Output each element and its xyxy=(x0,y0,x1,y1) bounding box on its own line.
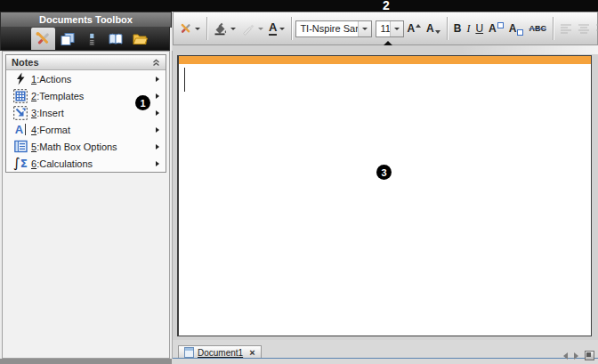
dropdown-caret-icon xyxy=(279,28,285,30)
top-black-bar xyxy=(0,0,598,12)
format-a-icon: A xyxy=(12,123,28,137)
tab-content-explorer[interactable] xyxy=(127,28,151,50)
math-box-icon xyxy=(12,140,28,154)
submenu-arrow-icon xyxy=(156,144,159,150)
chevron-down-icon xyxy=(362,28,368,30)
font-size-value: 11 xyxy=(376,23,390,34)
triangle-down-icon xyxy=(435,30,440,34)
combo-arrow[interactable] xyxy=(358,21,371,36)
increase-font-label: A xyxy=(407,22,415,35)
tab-handheld-view[interactable] xyxy=(79,28,103,50)
document-tab[interactable]: Document1 × xyxy=(178,345,262,359)
menu-item-label: 1:Actions xyxy=(31,74,71,85)
menu-item-math-box-options[interactable]: 5:Math Box Options xyxy=(6,138,166,155)
workspace-sheen xyxy=(402,45,598,54)
documents-toolbox-sidebar: Documents Toolbox xyxy=(0,12,172,364)
tab-document-tools[interactable] xyxy=(31,28,55,50)
dropdown-caret-icon xyxy=(195,28,200,30)
close-tab-icon[interactable]: × xyxy=(249,348,255,358)
callout-3: 3 xyxy=(376,165,392,180)
submenu-arrow-icon xyxy=(156,110,159,116)
tools-icon xyxy=(35,31,52,46)
tab-bar-underline xyxy=(173,358,598,359)
fill-color-button[interactable] xyxy=(211,18,238,39)
document-tab-label: Document1 xyxy=(198,348,243,358)
sidebar-bottom-strip xyxy=(0,359,172,364)
strikethrough-button[interactable]: ABC xyxy=(526,18,549,39)
next-page-icon[interactable] xyxy=(574,352,578,360)
font-family-select[interactable]: TI-Nspire Sans xyxy=(295,20,372,37)
menu-item-label: 4:Format xyxy=(31,125,70,135)
toolbar-separator xyxy=(291,17,292,40)
menu-item-actions[interactable]: 1:Actions xyxy=(6,70,166,87)
collapse-chevrons-icon[interactable] xyxy=(152,59,160,67)
previous-page-icon[interactable] xyxy=(563,352,568,360)
highlighter-icon xyxy=(241,22,255,36)
underline-button[interactable]: U xyxy=(473,18,486,39)
align-center-button[interactable] xyxy=(575,18,593,39)
superscript-label: A xyxy=(489,22,497,35)
highlighter-button[interactable] xyxy=(238,18,266,39)
documents-toolbox-title: Documents Toolbox xyxy=(0,12,172,28)
toolbar-separator xyxy=(206,17,207,40)
align-center-icon xyxy=(578,23,590,34)
menu-item-label: 5:Math Box Options xyxy=(31,142,117,152)
menu-item-format[interactable]: A 4:Format xyxy=(6,121,166,138)
lightning-icon xyxy=(12,72,28,86)
notes-panel: Notes 1:Actions xyxy=(5,54,166,173)
document-icon xyxy=(184,347,194,358)
bold-label: B xyxy=(454,22,462,35)
superscript-button[interactable]: A xyxy=(486,18,506,39)
text-color-button[interactable]: A xyxy=(266,18,287,39)
handheld-icon xyxy=(84,32,100,46)
insert-arrow-icon xyxy=(12,106,28,120)
decrease-font-label: A xyxy=(426,22,434,35)
text-cursor xyxy=(184,68,185,92)
formatting-toolbar: A TI-Nspire Sans 11 A A B I U A A ABC xyxy=(173,12,598,45)
notes-panel-title: Notes xyxy=(12,57,39,68)
align-right-button[interactable] xyxy=(593,18,598,39)
fill-color-icon xyxy=(214,22,228,36)
triangle-up-icon xyxy=(416,24,421,28)
tools-icon xyxy=(179,22,192,35)
italic-button[interactable]: I xyxy=(464,18,473,39)
tab-utilities[interactable] xyxy=(103,28,127,50)
folder-icon xyxy=(132,32,148,46)
document-page[interactable] xyxy=(177,55,592,336)
menu-item-calculations[interactable]: ∫Σ 6:Calculations xyxy=(6,155,166,172)
toolbar-separator xyxy=(553,17,554,40)
align-left-button[interactable] xyxy=(557,18,575,39)
document-workspace xyxy=(173,45,598,340)
insert-tools-button[interactable] xyxy=(176,18,203,39)
tab-page-sorter[interactable] xyxy=(55,28,79,50)
font-size-select[interactable]: 11 xyxy=(376,20,404,37)
italic-label: I xyxy=(466,22,470,36)
toolbar-separator xyxy=(447,17,448,40)
combo-arrow[interactable] xyxy=(390,21,403,36)
superscript-box-icon xyxy=(497,22,504,28)
menu-item-label: 3:Insert xyxy=(31,108,64,118)
book-icon xyxy=(108,32,124,46)
submenu-arrow-icon xyxy=(156,127,159,133)
text-color-icon: A xyxy=(269,21,277,36)
decrease-font-size-button[interactable]: A xyxy=(424,18,443,39)
strikethrough-label: ABC xyxy=(529,24,546,33)
increase-font-size-button[interactable]: A xyxy=(404,18,424,39)
menu-item-label: 2:Templates xyxy=(31,91,84,101)
submenu-arrow-icon xyxy=(156,77,159,82)
templates-grid-icon xyxy=(12,89,28,103)
dropdown-caret-icon xyxy=(230,28,236,30)
notes-panel-header[interactable]: Notes xyxy=(6,55,166,70)
bold-button[interactable]: B xyxy=(451,18,465,39)
submenu-arrow-icon xyxy=(156,93,159,99)
page-navigation xyxy=(563,351,594,360)
callout-2: 2 xyxy=(383,0,390,12)
dropdown-caret-icon xyxy=(258,28,263,30)
document-tab-bar: Document1 × xyxy=(173,340,598,364)
calculations-icon: ∫Σ xyxy=(12,157,28,171)
underline-label: U xyxy=(475,22,483,35)
page-sorter-icon[interactable] xyxy=(585,351,594,360)
submenu-arrow-icon xyxy=(156,161,159,166)
font-family-value: TI-Nspire Sans xyxy=(296,23,358,34)
subscript-button[interactable]: A xyxy=(506,18,527,39)
